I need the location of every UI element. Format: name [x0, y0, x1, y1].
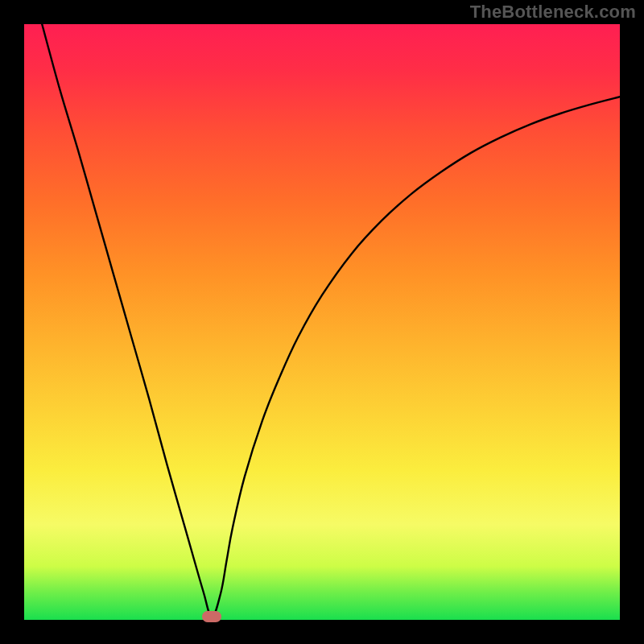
chart-line-svg: [24, 24, 620, 620]
optimum-marker: [202, 611, 221, 622]
plot-area: [24, 24, 620, 620]
curve-path: [42, 24, 620, 617]
chart-frame: TheBottleneck.com: [0, 0, 644, 644]
watermark-text: TheBottleneck.com: [470, 2, 636, 23]
